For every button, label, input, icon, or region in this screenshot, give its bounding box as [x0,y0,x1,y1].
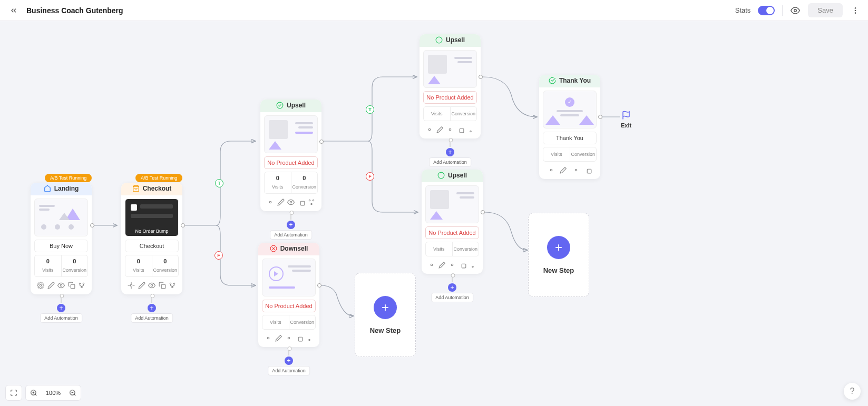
automation-label[interactable]: Add Automation [431,293,473,302]
svg-point-3 [855,12,856,14]
automation-label[interactable]: Add Automation [270,230,312,240]
zoom-in-button[interactable] [26,385,42,400]
preview-button[interactable] [790,5,801,16]
exit-label: Exit [621,122,631,128]
automation-label[interactable]: Add Automation [429,157,471,167]
split-icon[interactable] [469,261,477,269]
split-icon[interactable] [77,281,86,290]
eye-icon[interactable] [57,281,65,290]
node-dot [181,223,185,227]
eye-icon[interactable] [446,125,454,134]
split-icon[interactable] [466,125,475,134]
settings-icon[interactable] [36,281,45,290]
back-button[interactable] [7,4,20,17]
circle-check-icon [276,102,284,109]
card-thumbnail [34,199,88,236]
plus-icon: + [374,296,397,319]
settings-icon[interactable] [425,125,434,134]
edit-icon[interactable] [436,125,444,134]
card-upsell-3[interactable]: Upsell No Product Added Visits Conversio… [422,170,483,274]
help-button[interactable]: ? [844,383,861,400]
split-icon[interactable] [305,334,314,342]
settings-icon[interactable] [127,281,135,290]
add-button[interactable]: + [446,148,454,156]
new-step-card[interactable]: + New Step [528,213,589,297]
edit-icon[interactable] [47,281,55,290]
stats-row: 0Visits 0Conversion [125,255,179,277]
automation-label[interactable]: Add Automation [131,313,173,323]
edit-icon[interactable] [138,281,146,290]
add-button[interactable]: + [148,304,156,312]
stat-conv-lab: Conversion [451,110,477,118]
edit-icon[interactable] [277,198,285,206]
stats-row: Visits Conversion [543,147,597,162]
edit-icon[interactable] [438,261,446,269]
copy-icon[interactable] [584,166,592,174]
svg-rect-40 [588,169,592,173]
settings-icon[interactable] [264,334,272,342]
eye-icon [791,6,800,15]
split-icon[interactable] [168,281,177,290]
card-header: Downsell [258,243,319,255]
footer-controls: 100% [5,385,81,401]
new-step-card[interactable]: + New Step [355,273,416,357]
copy-icon[interactable] [297,198,306,206]
card-checkout[interactable]: Checkout No Order Bump Checkout 0Visits … [121,183,182,294]
card-title: Checkout [143,185,172,192]
add-button[interactable]: + [448,283,456,292]
split-icon[interactable] [307,198,316,206]
stat-conv-lab: Conversion [570,150,597,159]
svg-point-0 [794,9,797,12]
copy-icon[interactable] [456,125,465,134]
svg-point-20 [309,200,310,201]
copy-icon[interactable] [459,261,467,269]
automation-label[interactable]: Add Automation [40,313,82,323]
eye-icon[interactable] [572,166,580,174]
edit-icon[interactable] [559,166,568,174]
zoom-controls: 100% [25,385,81,401]
stat-visits-lab: Visits [424,110,450,118]
svg-point-34 [431,264,433,266]
add-button[interactable]: + [287,221,295,229]
settings-icon[interactable] [427,261,436,269]
canvas[interactable]: T F T F A/B Test Running A/B Test Runnin… [0,21,868,406]
eye-icon[interactable] [287,198,295,206]
card-title: Upsell [287,102,306,109]
settings-icon[interactable] [266,198,275,206]
svg-point-25 [288,337,290,339]
stat-conv-lab: Conversion [453,245,479,253]
zoom-out-button[interactable] [65,385,81,400]
automation-label[interactable]: Add Automation [268,366,310,375]
copy-icon[interactable] [158,281,167,290]
stats-row: 0Visits 0Conversion [34,255,88,277]
svg-point-16 [277,102,283,108]
card-label: Checkout [125,240,179,252]
card-thumbnail: ✓ [543,91,597,128]
card-downsell[interactable]: Downsell No Product Added Visits Convers… [258,243,319,347]
add-button[interactable]: + [57,304,65,312]
card-upsell-1[interactable]: Upsell No Product Added 0Visits 0Convers… [260,100,321,211]
card-thankyou[interactable]: Thank You ✓ Thank You Visits Conversion [539,75,600,179]
divider [782,5,783,16]
card-landing[interactable]: Landing Buy Now 0Visits 0Conversion [31,183,92,294]
stats-toggle[interactable] [758,6,775,15]
save-button[interactable]: Save [808,3,843,17]
stat-visits-lab: Visits [272,184,283,190]
svg-point-29 [428,128,431,131]
copy-icon[interactable] [67,281,76,290]
add-button[interactable]: + [285,357,293,365]
branch-badge-t: T [366,105,374,114]
eye-icon[interactable] [285,334,293,342]
copy-icon[interactable] [295,334,304,342]
edit-icon[interactable] [275,334,283,342]
card-upsell-2[interactable]: Upsell No Product Added Visits Conversio… [420,34,481,138]
fullscreen-button[interactable] [5,385,22,401]
stem [450,140,451,147]
svg-point-15 [172,286,173,288]
eye-icon[interactable] [448,261,456,269]
eye-icon[interactable] [148,281,156,290]
more-button[interactable] [850,5,861,16]
exit-node: Exit [621,111,631,128]
settings-icon[interactable] [547,166,555,174]
svg-point-7 [79,283,80,284]
